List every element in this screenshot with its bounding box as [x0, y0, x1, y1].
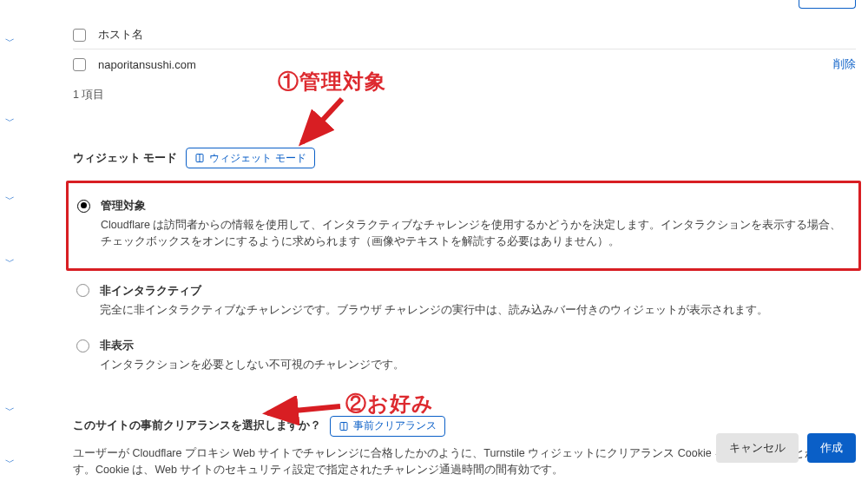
preclearance-pill[interactable]: 事前クリアランス: [330, 416, 445, 437]
widget-mode-pill[interactable]: ウィジェット モード: [186, 148, 314, 168]
row-checkbox[interactable]: [73, 58, 86, 71]
widget-mode-radio-group: 管理対象 Cloudflare は訪問者からの情報を使用して、インタラクティブな…: [73, 181, 856, 385]
footer-buttons: キャンセル 作成: [716, 433, 856, 463]
create-button[interactable]: 作成: [807, 433, 856, 463]
radio-desc: 完全に非インタラクティブなチャレンジです。ブラウザ チャレンジの実行中は、読み込…: [100, 302, 852, 319]
annotation-highlight-1: 管理対象 Cloudflare は訪問者からの情報を使用して、インタラクティブな…: [66, 181, 861, 271]
preclearance-question: このサイトの事前クリアランスを選択しますか？: [73, 418, 321, 433]
cancel-button[interactable]: キャンセル: [716, 433, 799, 463]
preclearance-pill-label: 事前クリアランス: [353, 418, 437, 433]
widget-mode-label: ウィジェット モード: [73, 151, 177, 166]
widget-mode-pill-label: ウィジェット モード: [209, 151, 306, 166]
decorative-cutoff-box: [799, 0, 856, 9]
radio-option-invisible[interactable]: 非表示 インタラクションを必要としない不可視のチャレンジです。: [73, 329, 856, 384]
radio-input-managed[interactable]: [77, 200, 90, 213]
book-icon: [339, 421, 349, 431]
radio-desc: インタラクションを必要としない不可視のチャレンジです。: [100, 357, 852, 373]
radio-title: 非インタラクティブ: [100, 283, 852, 299]
radio-title: 非表示: [100, 338, 852, 353]
radio-option-managed[interactable]: 管理対象 Cloudflare は訪問者からの情報を使用して、インタラクティブな…: [74, 189, 853, 261]
hostname-header-label: ホスト名: [98, 27, 143, 43]
widget-mode-label-row: ウィジェット モード ウィジェット モード: [73, 148, 856, 168]
radio-input-noninteractive[interactable]: [76, 284, 89, 297]
book-icon: [194, 153, 205, 163]
radio-option-noninteractive[interactable]: 非インタラクティブ 完全に非インタラクティブなチャレンジです。ブラウザ チャレン…: [73, 274, 856, 329]
main-content: ホスト名 naporitansushi.com 削除 1 項目 ウィジェット モ…: [73, 21, 856, 494]
item-count: 1 項目: [73, 79, 856, 102]
radio-title: 管理対象: [101, 198, 850, 214]
hostname-table-header: ホスト名: [73, 21, 856, 49]
radio-desc: Cloudflare は訪問者からの情報を使用して、インタラクティブなチャレンジ…: [101, 217, 850, 251]
hostname-value: naporitansushi.com: [98, 58, 196, 71]
radio-input-invisible[interactable]: [76, 339, 89, 352]
select-all-checkbox[interactable]: [73, 29, 86, 42]
delete-link[interactable]: 削除: [833, 56, 856, 72]
table-row: naporitansushi.com 削除: [73, 49, 856, 79]
